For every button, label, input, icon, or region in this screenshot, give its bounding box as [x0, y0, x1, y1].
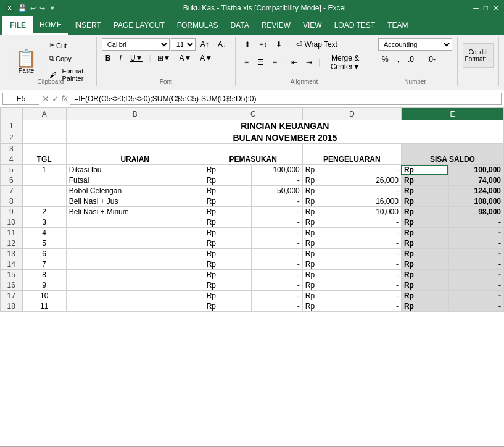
cell-c10-val[interactable]: -	[251, 217, 302, 228]
cell-b12[interactable]	[66, 238, 204, 249]
cell-c10-rp[interactable]: Rp	[204, 217, 251, 228]
undo-btn[interactable]: ↩	[30, 4, 36, 12]
paste-button[interactable]: 📋 Paste	[10, 47, 43, 77]
cell-b16[interactable]	[66, 280, 204, 291]
cell-a3[interactable]	[22, 144, 66, 154]
cell-c18-rp[interactable]: Rp	[204, 301, 251, 312]
cell-a2[interactable]	[22, 132, 66, 144]
cut-button[interactable]: ✂ Cut	[46, 40, 91, 51]
cell-e5-val[interactable]: 100,000	[448, 165, 503, 175]
confirm-formula-icon[interactable]: ✓	[52, 94, 59, 104]
insert-function-icon[interactable]: fx	[62, 94, 67, 104]
cell-a6[interactable]	[22, 175, 66, 186]
cell-c6-rp[interactable]: Rp	[204, 175, 251, 186]
cell-a11[interactable]: 4	[22, 228, 66, 238]
cell-c9-val[interactable]: -	[251, 207, 302, 217]
cell-b13[interactable]	[66, 249, 204, 259]
col-header-e[interactable]: E	[401, 108, 503, 120]
cell-d15-val[interactable]: -	[350, 270, 401, 280]
cancel-formula-icon[interactable]: ✕	[42, 94, 49, 104]
indent-inc-btn[interactable]: ⇥	[302, 56, 316, 69]
cell-a15[interactable]: 8	[22, 270, 66, 280]
cell-c13-val[interactable]: -	[251, 249, 302, 259]
cell-d12-val[interactable]: -	[350, 238, 401, 249]
align-bottom-btn[interactable]: ⬇	[272, 38, 286, 51]
quick-access-save[interactable]: 💾	[18, 4, 27, 12]
cell-c13-rp[interactable]: Rp	[204, 249, 251, 259]
copy-button[interactable]: ⧉ Copy	[46, 52, 91, 64]
cell-a13[interactable]: 6	[22, 249, 66, 259]
cell-d14-rp[interactable]: Rp	[302, 259, 350, 270]
cell-a8[interactable]	[22, 196, 66, 207]
cell-c6-val[interactable]: -	[251, 175, 302, 186]
merge-center-button[interactable]: Merge & Center▼	[323, 52, 368, 73]
cell-e11-val[interactable]: -	[448, 228, 503, 238]
cell-d16-rp[interactable]: Rp	[302, 280, 350, 291]
cell-e3[interactable]	[401, 144, 503, 154]
decrease-font-btn[interactable]: A↓	[214, 38, 230, 51]
cell-c11-val[interactable]: -	[251, 228, 302, 238]
cell-d6-rp[interactable]: Rp	[302, 175, 350, 186]
col-header-c[interactable]: C	[204, 108, 302, 120]
cell-b18[interactable]	[66, 301, 204, 312]
cell-b11[interactable]	[66, 228, 204, 238]
cell-a18[interactable]: 11	[22, 301, 66, 312]
redo-btn[interactable]: ↪	[39, 4, 45, 12]
italic-button[interactable]: I	[116, 52, 125, 64]
cell-d14-val[interactable]: -	[350, 259, 401, 270]
home-menu[interactable]: HOME	[33, 16, 68, 35]
cell-c14-rp[interactable]: Rp	[204, 259, 251, 270]
cell-d8-rp[interactable]: Rp	[302, 196, 350, 207]
minimize-btn[interactable]: ─	[473, 4, 479, 12]
cell-c15-val[interactable]: -	[251, 270, 302, 280]
cell-c12-val[interactable]: -	[251, 238, 302, 249]
data-menu[interactable]: DATA	[224, 16, 255, 35]
cell-c16-rp[interactable]: Rp	[204, 280, 251, 291]
comma-btn[interactable]: ,	[394, 53, 403, 65]
cell-e13-rp[interactable]: Rp	[401, 249, 448, 259]
cell-d11-val[interactable]: -	[350, 228, 401, 238]
cell-b8[interactable]: Beli Nasi + Jus	[66, 196, 204, 207]
increase-font-btn[interactable]: A↑	[197, 38, 213, 51]
review-menu[interactable]: REVIEW	[255, 16, 297, 35]
cell-e7-rp[interactable]: Rp	[401, 186, 448, 196]
cell-b6[interactable]: Futsal	[66, 175, 204, 186]
cell-b15[interactable]	[66, 270, 204, 280]
increase-decimal-btn[interactable]: .0+	[404, 53, 422, 65]
col-header-b[interactable]: B	[66, 108, 204, 120]
cell-b5[interactable]: Dikasi Ibu	[66, 165, 204, 175]
cell-a1[interactable]	[22, 120, 66, 132]
cell-d9-val[interactable]: 10,000	[350, 207, 401, 217]
bold-button[interactable]: B	[102, 52, 115, 64]
team-menu[interactable]: TEAM	[381, 16, 414, 35]
cell-c17-val[interactable]: -	[251, 291, 302, 301]
cell-e10-val[interactable]: -	[448, 217, 503, 228]
cell-c12-rp[interactable]: Rp	[204, 238, 251, 249]
cell-a12[interactable]: 5	[22, 238, 66, 249]
font-size-dropdown[interactable]: 11	[171, 38, 196, 51]
cell-a14[interactable]: 7	[22, 259, 66, 270]
percent-btn[interactable]: %	[378, 53, 392, 65]
cell-e5-rp[interactable]: Rp	[401, 165, 448, 175]
align-center-btn[interactable]: ☰	[254, 56, 268, 69]
cell-c8-val[interactable]: -	[251, 196, 302, 207]
window-controls[interactable]: ─ □ ✕	[473, 4, 499, 12]
borders-button[interactable]: ⊞▼	[154, 52, 175, 64]
cell-reference-box[interactable]	[2, 93, 39, 105]
cell-d7-val[interactable]: -	[350, 186, 401, 196]
cell-e11-rp[interactable]: Rp	[401, 228, 448, 238]
cell-c15-rp[interactable]: Rp	[204, 270, 251, 280]
cell-d17-rp[interactable]: Rp	[302, 291, 350, 301]
cell-d17-val[interactable]: -	[350, 291, 401, 301]
cell-b3[interactable]	[66, 144, 204, 154]
cell-e14-val[interactable]: -	[448, 259, 503, 270]
cell-c14-val[interactable]: -	[251, 259, 302, 270]
formulas-menu[interactable]: FORMULAS	[171, 16, 225, 35]
cell-e10-rp[interactable]: Rp	[401, 217, 448, 228]
cell-d12-rp[interactable]: Rp	[302, 238, 350, 249]
cell-e9-val[interactable]: 98,000	[448, 207, 503, 217]
cell-d18-val[interactable]: -	[350, 301, 401, 312]
cell-e13-val[interactable]: -	[448, 249, 503, 259]
align-top-btn[interactable]: ⬆	[241, 38, 254, 51]
cell-e15-rp[interactable]: Rp	[401, 270, 448, 280]
